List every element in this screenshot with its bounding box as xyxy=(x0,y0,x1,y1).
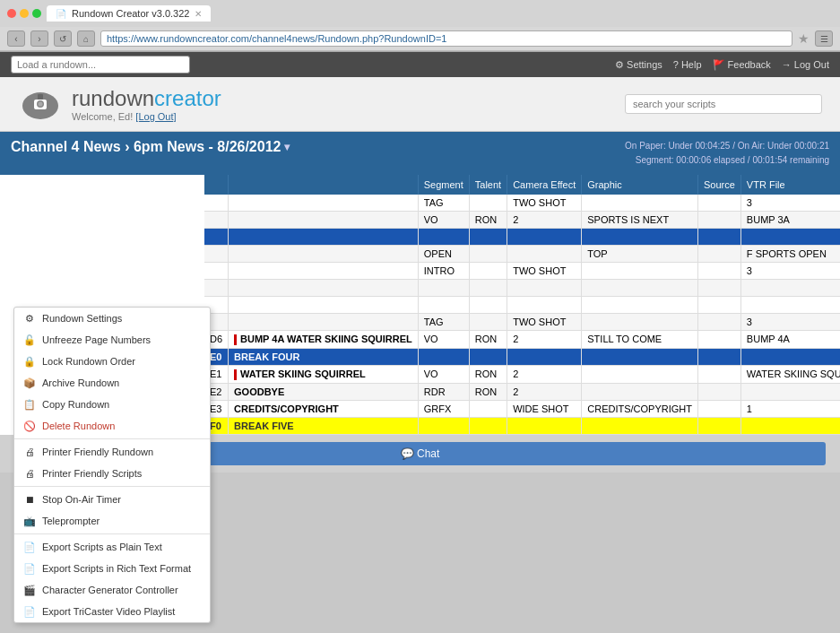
settings-button[interactable]: ⚙ Settings xyxy=(615,59,662,71)
bookmark-button[interactable]: ★ xyxy=(798,31,810,46)
cell-source xyxy=(698,331,741,349)
home-button[interactable]: ⌂ xyxy=(77,30,95,47)
logout-button[interactable]: → Log Out xyxy=(782,59,829,70)
close-traffic-light[interactable] xyxy=(7,9,16,18)
row-number xyxy=(204,246,229,263)
log-out-link[interactable]: [Log Out] xyxy=(135,111,176,122)
copy-icon: 📋 xyxy=(23,398,36,411)
menu-item-export-plain[interactable]: 📄 Export Scripts as Plain Text xyxy=(14,536,210,558)
rundown-dropdown-arrow[interactable]: ▾ xyxy=(284,141,290,153)
url-bar[interactable] xyxy=(100,30,792,47)
table-row[interactable]: 00:02:3000:00:006:12:50 PM6:17:15 PM xyxy=(204,229,840,246)
cell-camera: 2 xyxy=(507,366,582,384)
table-row[interactable]: VORON2SPORTS IS NEXTBUMP 3A00:00:1000:00… xyxy=(204,212,840,229)
more-button[interactable]: ☰ xyxy=(815,30,833,47)
script-search-input[interactable] xyxy=(625,94,822,114)
print-icon: 🖨 xyxy=(23,446,36,458)
col-segment: Segment xyxy=(418,175,469,195)
menu-item-teleprompter[interactable]: 📺 Teleprompter xyxy=(14,510,210,532)
browser-tab[interactable]: 📄 Rundown Creator v3.0.322 ✕ xyxy=(47,5,211,22)
reload-button[interactable]: ↺ xyxy=(54,30,72,47)
menu-item-stop-on-air-timer[interactable]: ⏹ Stop On-Air Timer xyxy=(14,489,210,510)
menu-item-export-tricaster[interactable]: 📄 Export TriCaster Video Playlist xyxy=(14,601,210,622)
delete-icon: 🚫 xyxy=(23,420,36,432)
table-row[interactable]: E1 WATER SKIING SQUIRRELVORON2WATER SKII… xyxy=(204,366,840,384)
table-row[interactable]: TAGTWO SHOT300:00:1000:00:006:19:10 PM6:… xyxy=(204,314,840,331)
cell-talent xyxy=(469,297,507,314)
menu-item-char-gen[interactable]: 🎬 Character Generator Controller xyxy=(14,579,210,601)
table-row[interactable]: 00:00:0000:00:006:19:10 PM6:23:35 PM xyxy=(204,297,840,314)
browser-toolbar: ‹ › ↺ ⌂ ★ ☰ xyxy=(0,27,840,51)
browser-tab-title: Rundown Creator v3.0.322 xyxy=(72,8,189,19)
menu-item-archive-rundown[interactable]: 📦 Archive Rundown xyxy=(14,372,210,394)
cell-segment xyxy=(418,349,469,366)
timing-info: On Paper: Under 00:04:25 / On Air: Under… xyxy=(625,139,829,168)
row-number xyxy=(204,212,229,229)
story-name: GOODBYE xyxy=(229,384,419,401)
menu-label: Character Generator Controller xyxy=(42,585,178,595)
maximize-traffic-light[interactable] xyxy=(32,9,41,18)
story-name xyxy=(229,212,419,229)
stop-icon: ⏹ xyxy=(23,493,36,506)
menu-item-delete-rundown[interactable]: 🚫 Delete Rundown xyxy=(14,415,210,437)
cell-graphic xyxy=(582,229,698,246)
cell-segment xyxy=(418,418,469,435)
cell-talent xyxy=(469,280,507,297)
table-row[interactable]: INTROTWO SHOT300:00:1000:00:006:15:30 PM… xyxy=(204,263,840,280)
svg-rect-4 xyxy=(38,94,43,100)
cell-vtr xyxy=(740,229,840,246)
table-row[interactable]: TAGTWO SHOT300:00:0000:00:0000:00:0000:0… xyxy=(204,195,840,212)
tab-close-button[interactable]: ✕ xyxy=(195,9,202,19)
logo-icon xyxy=(18,86,63,122)
cell-source xyxy=(698,297,741,314)
back-button[interactable]: ‹ xyxy=(7,30,25,47)
cell-camera: 2 xyxy=(507,331,582,349)
rundown-table: Segment Talent Camera Effect Graphic Sou… xyxy=(204,175,840,435)
menu-label: Rundown Settings xyxy=(42,313,122,324)
menu-label: Printer Friendly Scripts xyxy=(42,468,142,479)
table-row[interactable]: F0BREAK FIVE00:02:0000:00:006:23:35 PM6:… xyxy=(204,418,840,435)
story-name: WATER SKIING SQUIRREL xyxy=(229,366,419,384)
menu-item-export-rich[interactable]: 📄 Export Scripts in Rich Text Format xyxy=(14,558,210,579)
cell-segment xyxy=(418,297,469,314)
cell-vtr xyxy=(740,384,840,401)
menu-item-printer-friendly-rundown[interactable]: 🖨 Printer Friendly Rundown xyxy=(14,441,210,463)
table-row[interactable]: E3CREDITS/COPYRIGHTGRFXWIDE SHOTCREDITS/… xyxy=(204,401,840,418)
menu-item-rundown-settings[interactable]: ⚙ Rundown Settings xyxy=(14,308,210,329)
welcome-text: Welcome, Ed! [Log Out] xyxy=(72,111,221,122)
cell-source xyxy=(698,384,741,401)
table-row[interactable]: OPENTOPF SPORTS OPEN00:00:1000:00:106:15… xyxy=(204,246,840,263)
menu-item-printer-friendly-scripts[interactable]: 🖨 Printer Friendly Scripts xyxy=(14,463,210,484)
menu-label: Export TriCaster Video Playlist xyxy=(42,606,175,617)
cell-vtr: BUMP 4A xyxy=(740,331,840,349)
cell-camera xyxy=(507,349,582,366)
cell-vtr: 3 xyxy=(740,195,840,212)
cell-source xyxy=(698,280,741,297)
minimize-traffic-light[interactable] xyxy=(20,9,29,18)
story-name xyxy=(229,280,419,297)
menu-label: Export Scripts in Rich Text Format xyxy=(42,563,191,574)
table-row[interactable]: E2GOODBYERDRRON200:00:1000:00:056:22:25 … xyxy=(204,384,840,401)
browser-chrome: 📄 Rundown Creator v3.0.322 ✕ ‹ › ↺ ⌂ ★ ☰ xyxy=(0,0,840,52)
table-row[interactable]: 00:03:3000:00:006:15:40 PM6:20:05 PM xyxy=(204,280,840,297)
menu-item-unfreeze-page-numbers[interactable]: 🔓 Unfreeze Page Numbers xyxy=(14,329,210,351)
app-header: ⚙ Settings ? Help 🚩 Feedback → Log Out xyxy=(0,52,840,77)
menu-divider xyxy=(14,438,210,439)
rundown-selector[interactable] xyxy=(11,56,190,74)
table-row[interactable]: D6 BUMP 4A WATER SKIING SQUIRRELVORON2ST… xyxy=(204,331,840,349)
menu-label: Copy Rundown xyxy=(42,399,109,410)
col-graphic: Graphic xyxy=(582,175,698,195)
cell-graphic xyxy=(582,418,698,435)
story-name: BUMP 4A WATER SKIING SQUIRREL xyxy=(229,331,419,349)
menu-item-copy-rundown[interactable]: 📋 Copy Rundown xyxy=(14,394,210,415)
forward-button[interactable]: › xyxy=(30,30,48,47)
cg-icon: 🎬 xyxy=(23,584,36,596)
help-button[interactable]: ? Help xyxy=(673,59,702,70)
story-name xyxy=(229,263,419,280)
menu-label: Printer Friendly Rundown xyxy=(42,447,153,457)
table-row[interactable]: E0BREAK FOUR00:02:3000:00:006:19:30 PM6:… xyxy=(204,349,840,366)
cell-vtr: 3 xyxy=(740,314,840,331)
cell-source xyxy=(698,195,741,212)
menu-item-lock-rundown-order[interactable]: 🔒 Lock Rundown Order xyxy=(14,351,210,372)
feedback-button[interactable]: 🚩 Feedback xyxy=(713,59,771,71)
